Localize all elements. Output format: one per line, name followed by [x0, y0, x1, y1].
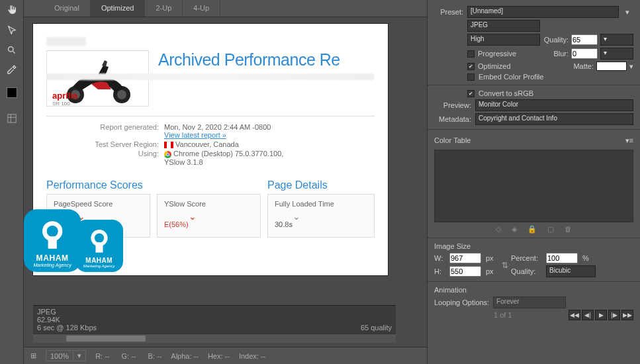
readout-g: G: -- [122, 352, 136, 360]
center-area: Original Optimized 2-Up 4-Up [24, 0, 427, 364]
hand-tool-icon[interactable] [6, 4, 18, 16]
quality-label: Quality: [544, 36, 569, 44]
pagespeed-percent: (30%) [58, 220, 77, 228]
percent-label: Percent: [511, 254, 544, 262]
meta-using-value: Chrome (Desktop) 75.0.3770.100, [173, 150, 283, 158]
yslow-percent: (56%) [169, 220, 188, 228]
chevron-down-icon: ⌄ [189, 211, 197, 222]
ct-lock-icon[interactable]: 🔒 [527, 225, 537, 234]
brand-model: SR 160 [52, 101, 70, 107]
meta-generated-label: Report generated: [46, 123, 164, 139]
progressive-checkbox[interactable] [467, 50, 475, 58]
zoom-control[interactable]: 100%▾ [46, 350, 86, 361]
matte-swatch[interactable] [596, 62, 627, 71]
preview-status-bar: JPEG 62.94K 6 sec @ 128 Kbps 65 quality [33, 305, 396, 334]
readout-alpha: Alpha: -- [171, 352, 199, 360]
tab-2up[interactable]: 2-Up [145, 0, 183, 17]
width-label: W: [434, 254, 447, 262]
looping-select[interactable]: Forever [493, 296, 566, 308]
yslow-label: YSlow Score [164, 200, 253, 208]
canada-flag-icon [164, 142, 173, 148]
readout-index: Index: -- [239, 352, 265, 360]
color-table[interactable] [434, 150, 633, 222]
compression-select[interactable]: High [467, 34, 540, 46]
ct-pick-icon[interactable]: ◇ [496, 225, 501, 234]
color-table-menu-icon[interactable]: ▾≡ [625, 136, 633, 145]
preview-label: Preview: [434, 101, 471, 109]
preview-select[interactable]: Monitor Color [475, 99, 633, 111]
blur-label: Blur: [553, 50, 569, 58]
anim-last-button[interactable]: ▶▶ [621, 310, 633, 320]
preset-select[interactable]: [Unnamed] [467, 6, 619, 18]
info-bar: ⊞ 100%▾ R: -- G: -- B: -- Alpha: -- Hex:… [24, 347, 427, 364]
left-toolbar [0, 0, 24, 364]
progressive-label: Progressive [478, 50, 516, 58]
pagespeed-grade: F [54, 220, 58, 228]
details-header: Page Details [267, 179, 375, 191]
preset-menu-icon[interactable]: ▾ [625, 8, 633, 16]
width-input[interactable] [449, 253, 481, 263]
horizontal-scrollbar[interactable] [33, 334, 396, 343]
constrain-proportions-icon[interactable]: ⇅ [501, 261, 509, 270]
optimized-checkbox[interactable] [467, 63, 475, 70]
anim-play-button[interactable]: ▶ [595, 310, 607, 320]
svg-point-5 [117, 90, 126, 99]
format-select[interactable]: JPEG [467, 20, 540, 32]
chevron-down-icon: ⌄ [293, 211, 300, 222]
latest-report-link: View latest report » [164, 131, 226, 139]
load-time-label: Fully Loaded Time [275, 200, 367, 208]
resample-quality-label: Quality: [511, 267, 544, 275]
zoom-tool-icon[interactable] [6, 44, 18, 56]
brand-name: aprilia [52, 91, 77, 101]
status-size: 62.94K [37, 316, 97, 324]
tab-4up[interactable]: 4-Up [183, 0, 220, 17]
anim-first-button[interactable]: ◀◀ [569, 310, 580, 320]
srgb-checkbox[interactable] [467, 90, 475, 97]
srgb-label: Convert to sRGB [479, 89, 533, 97]
metadata-label: Metadata: [434, 115, 471, 123]
tab-original[interactable]: Original [44, 0, 91, 17]
quality-input[interactable] [571, 34, 598, 45]
grid-toggle-icon[interactable]: ⊞ [30, 351, 36, 360]
ct-shift-icon[interactable]: ◈ [512, 225, 517, 234]
status-time: 6 sec @ 128 Kbps [37, 324, 97, 332]
embed-profile-checkbox[interactable] [467, 73, 475, 81]
metadata-select[interactable]: Copyright and Contact Info [475, 113, 633, 125]
readout-r: R: -- [95, 352, 109, 360]
settings-panel: Preset: [Unnamed] ▾ JPEG High Quality: ▾… [427, 0, 640, 364]
animation-label: Animation [434, 286, 633, 294]
svg-rect-1 [7, 114, 15, 122]
status-quality: 65 quality [361, 324, 392, 332]
ct-trash-icon[interactable]: 🗑 [565, 225, 572, 234]
anim-next-button[interactable]: |▶ [608, 310, 620, 320]
meta-region-value: Vancouver, Canada [175, 140, 239, 148]
tab-optimized[interactable]: Optimized [91, 0, 146, 17]
height-input[interactable] [449, 266, 481, 277]
preset-label: Preset: [434, 8, 463, 16]
chrome-icon [164, 151, 171, 158]
toggle-slices-icon[interactable] [6, 113, 18, 124]
view-tabs: Original Optimized 2-Up 4-Up [24, 0, 427, 17]
embed-profile-label: Embed Color Profile [479, 73, 543, 81]
resample-select[interactable]: Bicubic [546, 265, 596, 277]
ct-new-icon[interactable]: ▢ [547, 225, 554, 234]
load-time-value: 30.8s [275, 220, 293, 228]
meta-using-value2: YSlow 3.1.8 [164, 158, 203, 166]
anim-prev-button[interactable]: ◀| [582, 310, 594, 320]
matte-label: Matte: [573, 62, 594, 70]
preview-canvas[interactable]: aprilia SR 160 Archived Performance Re R… [33, 24, 388, 275]
eyedropper-tool-icon[interactable] [6, 64, 18, 75]
blur-slider-icon[interactable]: ▾ [600, 48, 633, 60]
frame-counter: 1 of 1 [494, 311, 512, 319]
readout-b: B: -- [148, 352, 162, 360]
looping-label: Looping Options: [434, 298, 489, 306]
blur-input[interactable] [571, 48, 598, 59]
status-format: JPEG [37, 308, 97, 316]
matte-dropdown-icon[interactable]: ▾ [629, 62, 633, 71]
readout-hex: Hex: -- [208, 352, 230, 360]
quality-slider-icon[interactable]: ▾ [600, 34, 633, 46]
image-size-label: Image Size [434, 242, 633, 250]
percent-input[interactable] [546, 253, 578, 263]
slice-tool-icon[interactable] [6, 24, 18, 36]
foreground-color-swatch[interactable] [7, 87, 17, 98]
